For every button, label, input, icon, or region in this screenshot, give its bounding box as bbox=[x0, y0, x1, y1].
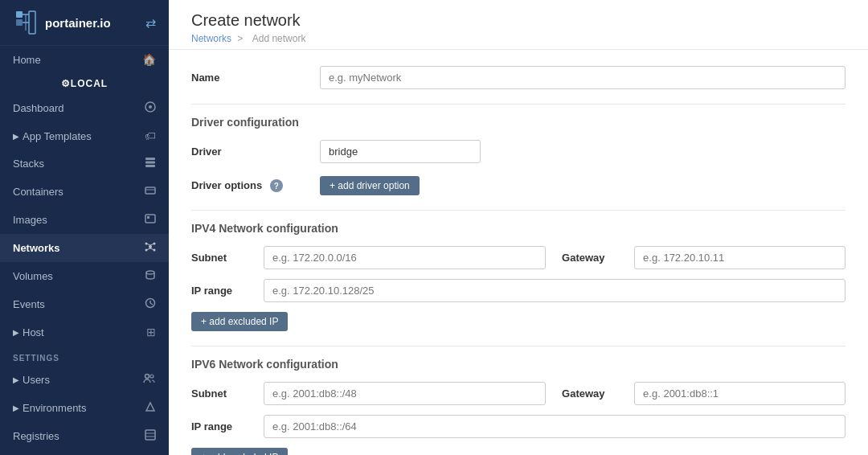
sidebar-item-auth-logs[interactable]: ▶ Authentication logs bbox=[0, 450, 169, 455]
ipv4-excluded-ip-row: + add excluded IP bbox=[191, 312, 845, 331]
sidebar-logo[interactable]: portainer.io ⇄ bbox=[0, 0, 169, 46]
transfer-icon: ⇄ bbox=[145, 15, 156, 31]
environments-chevron: ▶ bbox=[13, 404, 19, 412]
main-header: Create network Networks > Add network bbox=[169, 0, 868, 50]
gateway-group: Gateway bbox=[562, 246, 845, 269]
add-excluded-ip-button[interactable]: + add excluded IP bbox=[191, 312, 288, 331]
svg-rect-8 bbox=[145, 158, 155, 160]
sidebar-item-stacks[interactable]: Stacks bbox=[0, 150, 169, 178]
svg-point-24 bbox=[146, 271, 154, 274]
add-driver-option-button[interactable]: + add driver option bbox=[320, 176, 420, 195]
sidebar-item-networks[interactable]: Networks bbox=[0, 234, 169, 262]
gateway-input[interactable] bbox=[634, 246, 845, 269]
svg-point-29 bbox=[150, 375, 154, 378]
name-label: Name bbox=[191, 72, 320, 84]
svg-rect-0 bbox=[16, 11, 23, 18]
sidebar-item-users[interactable]: ▶ Users bbox=[0, 366, 169, 394]
ip-range-input[interactable] bbox=[264, 279, 845, 302]
app-templates-icon: 🏷 bbox=[145, 129, 156, 142]
images-icon bbox=[145, 213, 156, 227]
sidebar-item-containers[interactable]: Containers bbox=[0, 178, 169, 206]
ipv6-gateway-group: Gateway bbox=[562, 382, 845, 405]
dashboard-label: Dashboard bbox=[13, 102, 64, 114]
breadcrumb: Networks > Add network bbox=[191, 33, 845, 44]
sidebar-item-environments[interactable]: ▶ Environments bbox=[0, 394, 169, 422]
form-area: Name Driver configuration Driver Driver … bbox=[169, 50, 868, 455]
ipv6-subnet-input[interactable] bbox=[264, 382, 546, 405]
settings-section-label: SETTINGS bbox=[0, 346, 169, 366]
ipv6-subnet-gateway-row: Subnet Gateway bbox=[191, 382, 845, 405]
sidebar: portainer.io ⇄ Home 🏠 ⚙ LOCAL Dashboard … bbox=[0, 0, 169, 455]
breadcrumb-networks-link[interactable]: Networks bbox=[191, 33, 231, 44]
volumes-label: Volumes bbox=[13, 270, 53, 282]
svg-rect-11 bbox=[145, 187, 155, 194]
sidebar-item-app-templates[interactable]: ▶ App Templates 🏷 bbox=[0, 122, 169, 150]
ipv6-ip-range-input[interactable] bbox=[264, 415, 845, 438]
networks-icon bbox=[145, 241, 156, 255]
home-icon: 🏠 bbox=[142, 53, 156, 66]
ipv6-title: IPV6 Network configuration bbox=[191, 346, 845, 371]
name-input[interactable] bbox=[320, 66, 845, 89]
main-content: Create network Networks > Add network Na… bbox=[169, 0, 868, 455]
page-title: Create network bbox=[191, 11, 845, 30]
users-label: Users bbox=[23, 374, 50, 386]
local-icon: ⚙ bbox=[61, 78, 71, 89]
dashboard-icon bbox=[145, 101, 156, 115]
add-ipv6-excluded-ip-button[interactable]: + add excluded IP bbox=[191, 448, 288, 455]
driver-config-title: Driver configuration bbox=[191, 104, 845, 129]
host-chevron: ▶ bbox=[13, 328, 19, 337]
sidebar-item-dashboard[interactable]: Dashboard bbox=[0, 94, 169, 122]
svg-point-15 bbox=[149, 245, 152, 248]
sidebar-item-host[interactable]: ▶ Host ⊞ bbox=[0, 318, 169, 346]
driver-label: Driver bbox=[191, 146, 320, 158]
driver-options-help-icon[interactable]: ? bbox=[270, 179, 283, 192]
ip-range-label: IP range bbox=[191, 285, 256, 297]
driver-options-row: Driver options ? + add driver option bbox=[191, 176, 845, 195]
sidebar-item-images[interactable]: Images bbox=[0, 206, 169, 234]
svg-point-28 bbox=[145, 375, 149, 379]
logo-text: portainer.io bbox=[45, 16, 111, 30]
ipv4-subnet-gateway-row: Subnet Gateway bbox=[191, 246, 845, 269]
stacks-label: Stacks bbox=[13, 158, 44, 170]
svg-rect-10 bbox=[145, 165, 155, 167]
ipv6-excluded-ip-row: + add excluded IP bbox=[191, 448, 845, 455]
subnet-input[interactable] bbox=[264, 246, 546, 269]
environments-icon bbox=[145, 401, 156, 415]
users-chevron: ▶ bbox=[13, 375, 19, 384]
svg-rect-30 bbox=[145, 430, 155, 440]
sidebar-item-registries[interactable]: Registries bbox=[0, 422, 169, 450]
ipv6-subnet-group: Subnet bbox=[191, 382, 546, 405]
sidebar-item-events[interactable]: Events bbox=[0, 290, 169, 318]
gateway-label: Gateway bbox=[562, 252, 626, 264]
ip-range-group: IP range bbox=[191, 279, 845, 302]
ipv4-ip-range-row: IP range bbox=[191, 279, 845, 302]
driver-input[interactable] bbox=[320, 140, 481, 163]
svg-rect-3 bbox=[29, 11, 35, 34]
svg-rect-1 bbox=[16, 19, 23, 26]
images-label: Images bbox=[13, 214, 47, 226]
registries-label: Registries bbox=[13, 430, 59, 442]
svg-rect-14 bbox=[147, 216, 149, 219]
environments-label: Environments bbox=[23, 402, 86, 414]
app-templates-label: App Templates bbox=[23, 130, 92, 142]
ipv6-ip-range-label: IP range bbox=[191, 420, 256, 432]
ipv6-ip-range-group: IP range bbox=[191, 415, 845, 438]
sidebar-item-home[interactable]: Home 🏠 bbox=[0, 46, 169, 73]
ipv6-gateway-input[interactable] bbox=[634, 382, 845, 405]
app-templates-chevron: ▶ bbox=[13, 132, 19, 141]
svg-rect-13 bbox=[145, 215, 155, 223]
sidebar-item-volumes[interactable]: Volumes bbox=[0, 262, 169, 290]
volumes-icon bbox=[145, 269, 156, 283]
registries-icon bbox=[145, 429, 156, 443]
host-label: Host bbox=[23, 326, 44, 338]
host-icon: ⊞ bbox=[146, 326, 156, 338]
events-icon bbox=[145, 297, 156, 311]
driver-row: Driver bbox=[191, 140, 845, 163]
home-label: Home bbox=[13, 54, 41, 66]
svg-point-7 bbox=[149, 105, 152, 109]
breadcrumb-separator: > bbox=[237, 33, 243, 44]
svg-line-27 bbox=[150, 303, 153, 305]
subnet-label: Subnet bbox=[191, 252, 256, 264]
ipv6-gateway-label: Gateway bbox=[562, 387, 626, 400]
breadcrumb-current: Add network bbox=[252, 33, 306, 44]
